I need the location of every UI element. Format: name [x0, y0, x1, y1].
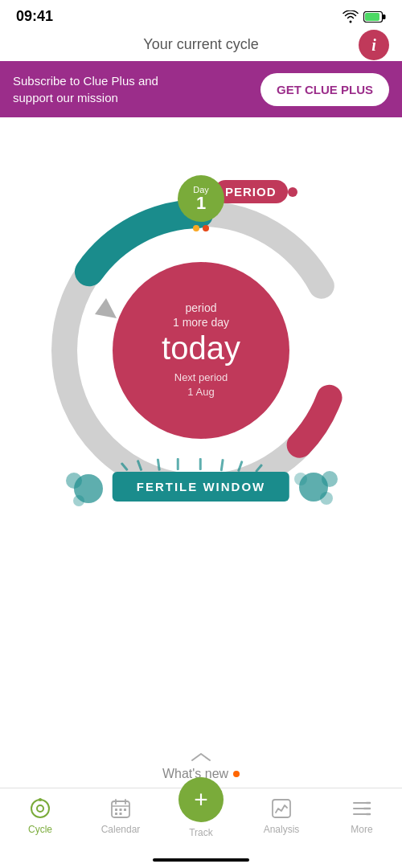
- analysis-nav-label: Analysis: [264, 824, 300, 835]
- page-title: Your current cycle: [143, 36, 258, 53]
- svg-rect-15: [137, 460, 143, 471]
- svg-point-13: [294, 473, 307, 485]
- battery-icon: [363, 11, 386, 23]
- svg-rect-29: [115, 809, 117, 811]
- header: Your current cycle i: [0, 30, 402, 61]
- svg-point-22: [31, 800, 49, 817]
- wifi-icon: [343, 10, 359, 23]
- nav-item-track[interactable]: + Track: [161, 785, 241, 838]
- svg-point-12: [320, 492, 333, 505]
- svg-rect-2: [365, 13, 379, 21]
- period-ring-label: PERIOD: [214, 180, 288, 203]
- svg-rect-32: [115, 813, 117, 815]
- svg-point-24: [39, 798, 42, 801]
- center-period-label: period: [186, 301, 217, 314]
- center-next-period: Next period 1 Aug: [174, 371, 228, 399]
- nav-item-more[interactable]: More: [322, 796, 402, 835]
- svg-point-23: [37, 805, 43, 812]
- info-icon: i: [371, 37, 376, 53]
- cycle-icon: [29, 797, 51, 820]
- plus-icon: +: [194, 788, 208, 812]
- status-icons: [343, 10, 386, 23]
- svg-rect-1: [383, 14, 386, 19]
- analysis-nav-icon: [269, 796, 293, 821]
- day-bubble: Day 1: [178, 175, 224, 222]
- calendar-nav-label: Calendar: [101, 824, 141, 835]
- fertile-window-banner: FERTILE WINDOW: [113, 472, 289, 502]
- bottom-nav: Cycle Calendar + Track: [0, 788, 402, 868]
- svg-rect-30: [120, 809, 122, 811]
- svg-rect-18: [199, 458, 202, 470]
- info-button[interactable]: i: [359, 30, 389, 60]
- period-dots: [178, 225, 224, 231]
- dot-2: [203, 225, 209, 231]
- more-nav-icon: [350, 796, 374, 821]
- cycle-nav-label: Cycle: [28, 824, 52, 835]
- fertile-window-container: FERTILE WINDOW: [113, 472, 289, 502]
- status-time: 09:41: [16, 8, 53, 25]
- home-indicator: [153, 858, 249, 862]
- svg-point-9: [73, 495, 84, 506]
- svg-rect-20: [237, 461, 244, 472]
- banner-text: Subscribe to Clue Plus and support our m…: [13, 72, 174, 106]
- cycle-nav-icon: [28, 796, 52, 821]
- svg-rect-34: [273, 800, 290, 817]
- nav-item-calendar[interactable]: Calendar: [80, 796, 161, 835]
- day-number: 1: [196, 194, 206, 212]
- calendar-nav-icon: [109, 796, 133, 821]
- svg-rect-16: [157, 459, 161, 471]
- nav-item-analysis[interactable]: Analysis: [241, 796, 322, 835]
- center-info-circle: period 1 more day today Next period 1 Au…: [113, 262, 289, 439]
- svg-rect-14: [121, 462, 129, 471]
- spikes-svg: [113, 457, 289, 473]
- analysis-icon: [271, 798, 292, 819]
- track-nav-label: Track: [189, 827, 213, 838]
- svg-point-8: [66, 473, 82, 489]
- more-icon: [351, 800, 372, 817]
- center-today-label: today: [162, 332, 240, 364]
- status-bar: 09:41: [0, 0, 402, 30]
- promo-banner: Subscribe to Clue Plus and support our m…: [0, 61, 402, 117]
- nav-item-cycle[interactable]: Cycle: [0, 796, 80, 835]
- svg-rect-17: [177, 458, 179, 470]
- dot-1: [193, 225, 199, 231]
- svg-marker-6: [95, 298, 117, 318]
- svg-rect-33: [120, 813, 122, 815]
- svg-rect-31: [124, 809, 126, 811]
- new-indicator-dot: [233, 771, 240, 777]
- calendar-icon: [110, 798, 131, 819]
- get-clue-plus-button[interactable]: GET CLUE PLUS: [260, 73, 389, 106]
- period-pill: PERIOD: [214, 180, 288, 203]
- svg-point-11: [322, 471, 338, 487]
- day-indicator: Day 1: [178, 175, 224, 231]
- cycle-wheel-area: period 1 more day today Next period 1 Au…: [0, 125, 402, 575]
- chevron-up-icon: [189, 751, 213, 764]
- track-plus-button[interactable]: +: [178, 777, 224, 822]
- more-nav-label: More: [351, 824, 372, 835]
- svg-rect-19: [220, 459, 224, 471]
- center-more-day: 1 more day: [173, 316, 229, 329]
